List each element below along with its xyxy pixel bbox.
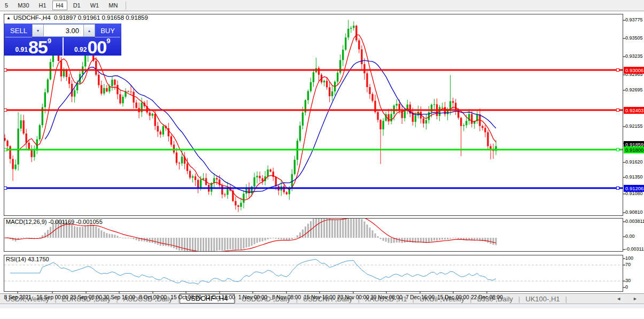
axis-tick-label: 0.91620 — [625, 159, 643, 165]
tab-separator: | — [565, 295, 567, 303]
sell-price[interactable]: 0.91 85 9 — [4, 37, 64, 56]
axis-tick-label: 0.90810 — [625, 209, 643, 215]
buy-price-pip: 9 — [106, 38, 110, 44]
time-tick-label: 16 Sep 00:00 — [36, 294, 68, 300]
toolbar-separator — [126, 2, 126, 10]
one-click-trading-panel: SELL ▼ 3.00 ▲ BUY 0.91 85 9 0.92 00 9 — [4, 24, 121, 56]
timeframe-button-mn[interactable]: MN — [105, 1, 121, 10]
level-price-label: 0.92403 — [624, 107, 644, 114]
buy-price[interactable]: 0.92 00 9 — [64, 37, 122, 56]
time-tick-label: 23 Sep 08:00 — [70, 294, 102, 300]
rsi-label: RSI(14) 43.1750 — [6, 256, 49, 262]
axis-tick-label: 0.003811 — [625, 219, 643, 224]
axis-tick-label: 0 — [625, 284, 643, 290]
tab-uk100-h1[interactable]: UK100-,H1 — [520, 295, 565, 303]
axis-tick-label: 0.93505 — [625, 35, 643, 41]
chart-title: ▲USDCHF-,H4 0.91897 0.91961 0.91658 0.91… — [6, 14, 148, 21]
time-tick-label: 15 Nov 16:00 — [304, 294, 336, 300]
time-tick-label: 30 Sep 16:00 — [103, 294, 135, 300]
timeframe-button-h4[interactable]: H4 — [52, 1, 67, 10]
level-price-label: 0.93006 — [624, 67, 644, 74]
sell-price-prefix: 0.91 — [15, 44, 28, 55]
time-tick-label: 7 Dec 16:00 — [406, 294, 434, 300]
axis-tick-label: 30 — [625, 278, 643, 283]
buy-price-big: 00 — [87, 39, 106, 55]
axis-tick-label: 0.93775 — [625, 17, 643, 22]
timeframe-button-d1[interactable]: D1 — [69, 1, 84, 10]
tabs-scroll-right-icon[interactable]: ► — [633, 296, 638, 301]
axis-tick-label: 100 — [625, 255, 643, 261]
price-chart-svg[interactable] — [0, 11, 644, 319]
time-tick-label: 22 Oct 16:00 — [204, 294, 235, 300]
level-price-label: 0.91800 — [624, 146, 644, 153]
timeframe-button-h1[interactable]: H1 — [35, 1, 50, 10]
sell-button[interactable]: SELL — [5, 25, 32, 37]
time-tick-label: 15 Oct 08:00 — [170, 294, 201, 300]
one-click-collapse-icon[interactable]: ▲ — [6, 15, 11, 20]
time-tick-label: 1 Nov 00:00 — [238, 294, 267, 300]
trading-terminal: 5M30H1H4D1W1MN ▲USDCHF-,H4 0.91897 0.919… — [0, 0, 644, 319]
time-tick-label: 23 Nov 00:00 — [337, 294, 369, 300]
macd-label: MACD(12,26,9) -0.001169 -0.001055 — [6, 219, 103, 225]
chart-window[interactable]: ▲USDCHF-,H4 0.91897 0.91961 0.91658 0.91… — [0, 11, 644, 319]
axis-tick-label: 70 — [625, 262, 643, 267]
status-strip — [0, 304, 644, 308]
timeframe-button-m30[interactable]: M30 — [14, 1, 33, 10]
timeframe-button-w1[interactable]: W1 — [87, 1, 103, 10]
tabs-scroll-left-icon[interactable]: ◄ — [616, 296, 621, 301]
sell-price-big: 85 — [28, 39, 48, 55]
buy-button[interactable]: BUY — [95, 25, 120, 37]
time-tick-label: 8 Sep 2021 — [4, 294, 31, 300]
time-tick-label: 8 Nov 08:00 — [272, 294, 301, 300]
volume-decrease-button[interactable]: ▼ — [32, 24, 44, 37]
ohlc-values: 0.91897 0.91961 0.91658 0.91859 — [54, 14, 148, 21]
buy-price-prefix: 0.92 — [74, 44, 87, 55]
volume-increase-button[interactable]: ▲ — [83, 24, 95, 37]
sell-price-pip: 9 — [48, 38, 51, 44]
axis-tick-label: 0.92155 — [625, 123, 643, 129]
level-price-label: 0.91206 — [624, 185, 644, 192]
axis-tick-label: 0.91350 — [625, 174, 643, 180]
time-tick-label: 22 Dec 08:00 — [471, 294, 503, 300]
timeframe-toolbar: 5M30H1H4D1W1MN — [0, 0, 644, 11]
timeframe-button-5[interactable]: 5 — [1, 1, 12, 10]
axis-tick-label: -0.003110 — [625, 246, 643, 252]
axis-tick-label: 0.93235 — [625, 53, 643, 59]
time-tick-label: 8 Oct 00:00 — [139, 294, 167, 300]
time-tick-label: 30 Nov 08:00 — [370, 294, 402, 300]
symbol-timeframe: USDCHF-,H4 — [13, 14, 51, 21]
time-tick-label: 15 Dec 00:00 — [437, 294, 469, 300]
axis-tick-label: 0.92695 — [625, 87, 643, 92]
axis-tick-label: 0.00 — [625, 234, 643, 239]
volume-input[interactable]: 3.00 — [44, 24, 83, 37]
